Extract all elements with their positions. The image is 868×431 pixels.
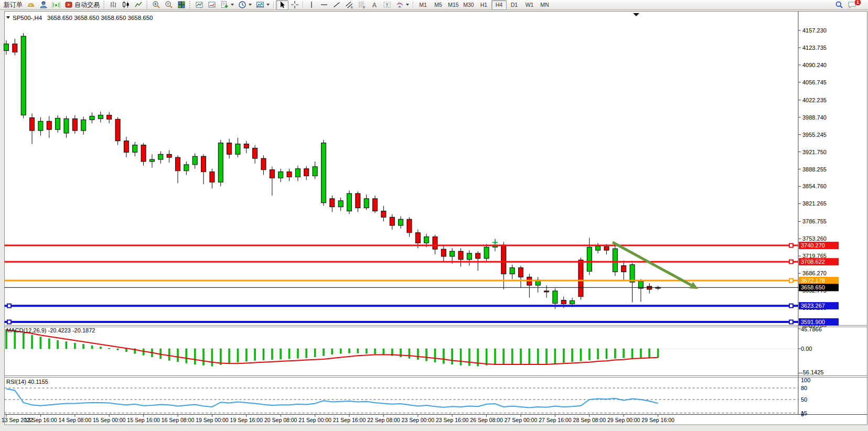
svg-text:A: A — [372, 2, 377, 9]
level-price-label-text: 3708.622 — [801, 258, 825, 265]
macd-bar — [606, 349, 607, 359]
bar-chart-type-button[interactable] — [107, 0, 120, 10]
search-button[interactable] — [833, 0, 845, 10]
level-handle[interactable] — [789, 260, 793, 264]
macd-bar — [160, 349, 162, 359]
arrow-objects-icon — [395, 1, 404, 9]
time-axis-label: 21 Sep 00:00 — [298, 417, 331, 423]
tab-timeframe-M15[interactable]: M15 — [446, 0, 461, 10]
macd-bar — [245, 349, 247, 361]
trendline-icon — [333, 1, 341, 9]
gold-ingot-icon[interactable] — [25, 0, 37, 10]
macd-bar — [83, 344, 84, 349]
candle-body-up — [158, 154, 163, 159]
level-handle[interactable] — [7, 320, 11, 324]
price-axis-tick-label: 3686.270 — [802, 270, 827, 276]
auto-trading-button[interactable]: 自动交易 — [62, 0, 102, 10]
price-axis-tick-label: 4157.230 — [802, 27, 827, 34]
indicator-window-icon — [208, 1, 216, 9]
macd-bar — [580, 349, 582, 361]
tab-timeframe-M5[interactable]: M5 — [431, 0, 446, 10]
macd-bar — [631, 349, 633, 358]
time-axis-label: 19 Sep 00:00 — [196, 417, 229, 423]
candle-body-down — [72, 118, 77, 131]
macd-bar — [229, 349, 230, 363]
level-handle[interactable] — [789, 304, 793, 308]
tab-timeframe-M30[interactable]: M30 — [461, 0, 476, 10]
time-axis-label: 27 Sep 00:00 — [505, 417, 538, 423]
tab-timeframe-W1[interactable]: W1 — [522, 0, 537, 10]
candle-body-down — [330, 199, 335, 207]
trendline-tool[interactable] — [330, 0, 343, 10]
level-handle[interactable] — [789, 320, 793, 324]
level-handle[interactable] — [789, 244, 793, 247]
level-handle[interactable] — [7, 304, 11, 308]
support-profile-icon[interactable] — [37, 0, 50, 10]
tab-timeframe-D1[interactable]: D1 — [507, 0, 522, 10]
tile-windows-icon — [177, 1, 186, 9]
macd-scale-label: -56.1425 — [801, 369, 823, 375]
candle-body-down — [124, 141, 128, 153]
arrows-dropdown[interactable] — [393, 0, 411, 10]
text-label-tool[interactable]: T — [381, 0, 393, 10]
toolbar-separator — [413, 1, 414, 8]
tile-windows-button[interactable] — [175, 0, 188, 10]
tab-timeframe-H4[interactable]: H4 — [491, 0, 507, 10]
broadcast-icon[interactable] — [50, 0, 62, 10]
zoom-in-button[interactable] — [150, 0, 163, 10]
macd-bar — [597, 349, 599, 359]
macd-bar — [340, 349, 341, 353]
fibonacci-icon: F — [358, 1, 366, 9]
macd-bar — [426, 349, 427, 361]
indicator-window-button[interactable] — [206, 0, 218, 10]
macd-bar — [280, 349, 282, 359]
new-chart-window-button[interactable] — [193, 0, 206, 10]
toolbar-separator — [273, 1, 274, 8]
macd-bar — [366, 349, 367, 353]
fibonacci-tool[interactable]: F — [356, 0, 368, 10]
template-dropdown[interactable] — [254, 0, 272, 10]
notifications-button[interactable]: 1 — [845, 0, 859, 10]
crosshair-tool-button[interactable] — [288, 0, 301, 10]
text-tool[interactable]: A — [368, 0, 381, 10]
new-order-button[interactable]: 新订单 — [2, 0, 25, 10]
vertical-line-tool[interactable] — [305, 0, 318, 10]
dropdown-caret — [406, 4, 409, 6]
price-axis-tick-label: 4123.735 — [802, 45, 827, 51]
timeframe-clock-dropdown[interactable] — [236, 0, 254, 10]
horizontal-line-icon — [320, 1, 328, 9]
candle-body-up — [235, 144, 240, 155]
candlestick-type-button[interactable] — [120, 0, 132, 10]
tab-timeframe-H1[interactable]: H1 — [476, 0, 491, 10]
candle-body-down — [107, 115, 112, 120]
tab-timeframe-MN[interactable]: MN — [537, 0, 552, 10]
time-axis-label: 28 Sep 08:00 — [573, 417, 606, 423]
cursor-tool-button[interactable] — [276, 0, 288, 10]
add-indicator-dropdown[interactable] — [218, 0, 236, 10]
macd-bar — [220, 349, 221, 365]
candle — [115, 117, 120, 145]
zoom-out-icon — [165, 1, 173, 9]
macd-bar — [554, 349, 556, 363]
candle-body-up — [467, 253, 471, 260]
equidistant-channel-tool[interactable]: E — [343, 0, 356, 10]
level-handle[interactable] — [789, 279, 793, 283]
rsi-scale-label: 80 — [801, 385, 807, 391]
dropdown-caret — [231, 4, 234, 6]
chart-canvas[interactable]: 4157.2304123.7354090.2404056.7454022.235… — [0, 10, 868, 431]
zoom-out-button[interactable] — [163, 0, 175, 10]
macd-bar — [143, 349, 144, 355]
macd-bar — [117, 349, 119, 350]
macd-bar — [563, 349, 564, 363]
macd-bar — [288, 349, 290, 359]
vertical-line-icon — [307, 1, 316, 9]
macd-bar — [417, 349, 419, 360]
macd-bar — [100, 347, 101, 349]
line-chart-type-button[interactable] — [132, 0, 145, 10]
level-price-label-text: 3591.900 — [801, 319, 825, 325]
candle-body-down — [519, 268, 523, 277]
price-axis-tick-label: 4056.745 — [802, 79, 827, 85]
tab-timeframe-M1[interactable]: M1 — [415, 0, 431, 10]
horizontal-line-tool[interactable] — [318, 0, 330, 10]
rsi-scale-label: 0 — [801, 411, 804, 417]
